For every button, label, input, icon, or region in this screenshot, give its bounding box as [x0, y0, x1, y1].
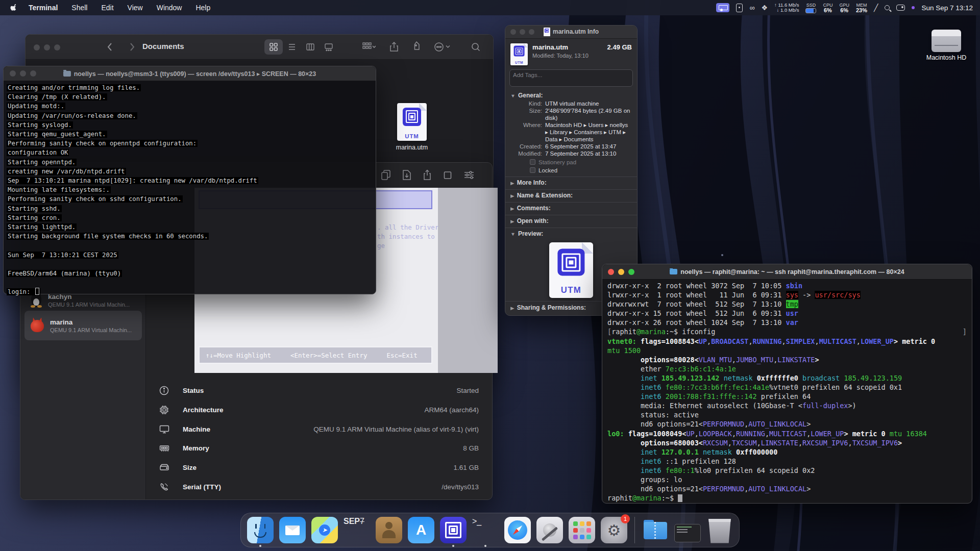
add-tags-input[interactable]: Add Tags...: [509, 69, 633, 87]
folder-icon: [670, 269, 677, 274]
dock-item-calendar[interactable]: SEP7: [344, 517, 370, 543]
share-icon[interactable]: [423, 169, 432, 181]
dock-item-finder[interactable]: [247, 517, 274, 543]
section-open-with-[interactable]: ▶Open with:: [505, 215, 637, 224]
dock-item-minwin[interactable]: [674, 524, 701, 542]
detail-value: /dev/ttys013: [442, 483, 479, 491]
dock-item-settings[interactable]: ⚙1: [601, 517, 627, 543]
device-icon[interactable]: [736, 4, 743, 12]
terminal-line: nd6 options=21<PERFORMNUD,AUTO_LINKLOCAL…: [607, 484, 967, 493]
back-button[interactable]: [105, 41, 115, 55]
dock-item-downloads[interactable]: [642, 517, 669, 543]
minimize-button[interactable]: [44, 44, 50, 51]
more-actions-button[interactable]: [434, 41, 451, 55]
screen-terminal-content[interactable]: Creating and/or trimming log files.Clear…: [4, 81, 376, 299]
sliders-icon[interactable]: [463, 169, 475, 181]
dock-item-launchpad[interactable]: [569, 517, 595, 543]
dock-item-contacts[interactable]: [376, 517, 402, 543]
cpu-stat[interactable]: CPU 6%: [823, 3, 832, 13]
dock-item-utm[interactable]: [440, 517, 467, 543]
section-name-extension-[interactable]: ▶Name & Extension:: [505, 189, 637, 199]
view-list-button[interactable]: [283, 39, 301, 55]
clone-icon[interactable]: [381, 169, 391, 181]
checkbox-stationery-pad[interactable]: Stationery pad: [530, 159, 637, 165]
terminal-segment: [699, 448, 703, 456]
menubar-clock[interactable]: Sun Sep 7 13:12: [921, 4, 973, 12]
terminal-line-text: Starting lighttpd.: [7, 223, 77, 231]
dock-item-safari[interactable]: [504, 517, 531, 543]
running-indicator: [452, 545, 454, 547]
ssd-stat[interactable]: SSD: [805, 3, 816, 13]
terminal-segment: RUNNING: [753, 337, 782, 345]
stop-icon[interactable]: [443, 169, 452, 181]
terminal-segment: fe80::1: [666, 466, 695, 474]
group-by-button[interactable]: [362, 42, 376, 54]
infinity-icon[interactable]: ∞: [749, 4, 754, 12]
checkbox-locked[interactable]: Locked: [530, 167, 637, 173]
section-general[interactable]: ▼General:: [505, 89, 637, 100]
vm-detail-row: StatusStarted: [146, 381, 492, 400]
terminal-line: nd6 options=21<PERFORMNUD,AUTO_LINKLOCAL…: [607, 419, 967, 429]
terminal-segment: [607, 457, 641, 465]
tag-button[interactable]: [411, 41, 422, 55]
zoom-button[interactable]: [54, 44, 60, 51]
apple-menu-icon[interactable]: [10, 4, 18, 12]
forward-button[interactable]: [127, 41, 137, 55]
network-throughput[interactable]: ↑ 11.6 Mb/s ↓ 1.0 Mb/s: [774, 3, 799, 13]
info-modified: Modified: Today, 13:10: [532, 53, 589, 59]
terminal-segment: inet6: [641, 383, 662, 391]
dock-item-mail[interactable]: [279, 517, 306, 543]
terminal-segment: ,: [748, 337, 752, 345]
terminal-segment: ,: [732, 356, 736, 364]
terminal-line: inet6 2001:788:f31:fffe::142 prefixlen 6…: [607, 392, 967, 401]
desktop-icon-macintosh-hd[interactable]: Macintosh HD: [925, 30, 968, 62]
dock-item-trash[interactable]: [706, 519, 733, 543]
dock-item-terminal[interactable]: >_: [472, 517, 499, 543]
terminal-line-text: Starting background file system checks i…: [7, 233, 209, 240]
dock-item-automator[interactable]: [536, 517, 563, 543]
terminal-segment: ,: [815, 337, 819, 345]
section-more-info-[interactable]: ▶More Info:: [505, 177, 637, 186]
dock-item-appstore[interactable]: A: [408, 517, 434, 543]
menu-shell[interactable]: Shell: [71, 4, 87, 12]
share-button[interactable]: [389, 41, 399, 55]
mem-stat[interactable]: MEM 23%: [856, 3, 867, 13]
terminal-segment: > metric 0: [894, 337, 935, 345]
control-center-icon[interactable]: [896, 5, 905, 11]
section-preview-[interactable]: ▼Preview:: [505, 228, 637, 237]
terminal-segment: broadcast: [802, 374, 840, 382]
terminal-line-text: Updating motd:.: [7, 103, 65, 110]
terminal-segment: [753, 374, 757, 382]
view-columns-button[interactable]: [301, 39, 320, 55]
menu-help[interactable]: Help: [195, 4, 210, 12]
search-icon[interactable]: [885, 5, 890, 10]
terminal-line-text: Sep 7 13:10:21 marina ntpd[1029]: creati…: [7, 177, 258, 184]
menu-terminal[interactable]: Terminal: [29, 4, 58, 12]
view-gallery-button[interactable]: [320, 39, 338, 55]
terminal-line: vtnet0: flags=1008843<UP,BROADCAST,RUNNI…: [607, 337, 967, 346]
gpu-stat[interactable]: GPU 6%: [839, 3, 849, 13]
screen-terminal-window[interactable]: noellys — noellys@msm3-1 (ttys009) — scr…: [3, 66, 376, 294]
menu-view[interactable]: View: [128, 4, 143, 12]
terminal-segment: ::1 prefixlen 128: [662, 457, 736, 465]
screen-sharing-icon[interactable]: [716, 3, 729, 12]
finder-search-icon[interactable]: [471, 41, 481, 55]
sidebar-item-marina[interactable]: marinaQEMU 9.1 ARM Virtual Machin...: [24, 311, 142, 340]
export-icon[interactable]: [402, 169, 411, 181]
section-comments-[interactable]: ▶Comments:: [505, 202, 637, 212]
terminal-segment: LINKSTATE: [777, 356, 815, 364]
dock-item-maps[interactable]: ➤: [311, 517, 338, 543]
terminal-segment: sbin: [786, 282, 803, 290]
cpu-icon: [159, 405, 170, 415]
ssh-terminal-content[interactable]: drwxr-xr-x 2 root wheel 3072 Sep 7 10:05…: [602, 280, 972, 504]
wand-icon[interactable]: ╱: [874, 4, 878, 12]
view-grid-button[interactable]: [264, 39, 283, 55]
clover-icon[interactable]: ❖: [761, 4, 768, 12]
preview-utm-document-icon: UTM: [549, 242, 594, 298]
dock-separator: [634, 517, 635, 543]
ssh-terminal-window[interactable]: noellys — raphit@marina: ~ — ssh raphit@…: [602, 264, 972, 504]
file-marina-utm[interactable]: UTM marina.utm: [389, 103, 435, 151]
menu-window[interactable]: Window: [157, 4, 182, 12]
menu-edit[interactable]: Edit: [101, 4, 113, 12]
close-button[interactable]: [34, 44, 40, 51]
